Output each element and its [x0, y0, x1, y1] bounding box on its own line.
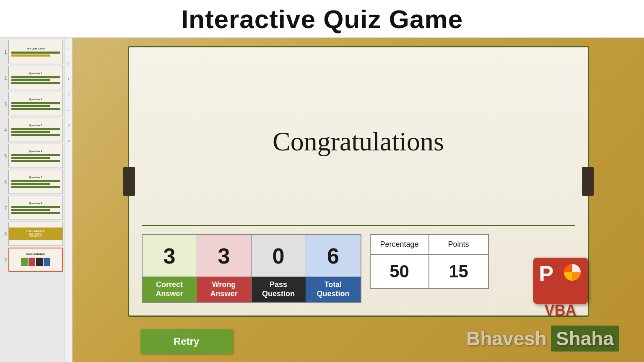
slide-thumbnail-8: CLICK HERE TO SEE MORE RESULTS — [8, 222, 63, 246]
score-label-area-3: Total Question — [306, 277, 361, 302]
ruler-mark: -3 — [67, 139, 70, 143]
ppt-vba-badge: P VBA — [525, 253, 596, 324]
score-number-3: 6 — [327, 243, 339, 269]
score-number-2: 0 — [273, 243, 285, 269]
ppt-chart-icon — [562, 262, 583, 283]
ruler-mark: 2 — [68, 62, 69, 65]
thumb-title: Question 4 — [28, 149, 43, 153]
slide-thumbnail-2: Question 1 — [8, 66, 63, 90]
slide-number-7: 7 — [2, 206, 7, 210]
clip-right — [582, 167, 594, 196]
branding: Bhavesh Shaha — [466, 326, 619, 352]
slide-number-9: 9 — [2, 258, 7, 262]
thumb-title: Question 2 — [28, 97, 43, 101]
congratulations-heading: Congratulations — [142, 56, 575, 225]
score-box-2: 0Pass Question — [252, 235, 306, 302]
sidebar-slide-9[interactable]: 9Congratulations — [2, 248, 63, 272]
slide-number-5: 5 — [2, 154, 7, 158]
points-value: 15 — [429, 255, 488, 288]
ruler-mark: -1 — [67, 108, 70, 112]
score-number-area-2: 0 — [252, 235, 306, 277]
ruler-mark: -2 — [67, 124, 70, 127]
score-label-1: Wrong Answer — [210, 280, 237, 298]
slide-thumbnail-4: Question 3 — [8, 118, 63, 142]
score-label-area-1: Wrong Answer — [197, 277, 251, 302]
slide-number-2: 2 — [2, 76, 7, 80]
score-label-area-0: Correct Answer — [143, 277, 197, 302]
slide-number-3: 3 — [2, 102, 7, 106]
main-area: 1The Quiz Game2Question 13Question 24Que… — [0, 38, 644, 362]
score-number-area-0: 3 — [143, 235, 197, 277]
ppt-p-letter: P — [539, 261, 554, 286]
score-box-3: 6Total Question — [306, 235, 361, 302]
ruler: 3 2 1 0 -1 -2 -3 — [65, 38, 73, 362]
header: Interactive Quiz Game — [0, 0, 644, 38]
thumb-title: CLICK HERE TO SEE MORE RESULTS — [9, 228, 62, 240]
slide-thumbnail-9: Congratulations — [8, 248, 63, 272]
thumb-title: Congratulations — [25, 252, 46, 256]
slide-divider — [142, 225, 575, 226]
percentage-header: Percentage — [371, 235, 429, 254]
vba-label: VBA — [544, 302, 576, 319]
clip-left — [123, 167, 135, 196]
slide-number-4: 4 — [2, 128, 7, 132]
slide-container: Congratulations 3Correct Answer3Wrong An… — [128, 46, 589, 317]
thumb-title: Question 3 — [28, 123, 43, 127]
brand-shaha: Shaha — [556, 328, 614, 349]
page-title: Interactive Quiz Game — [0, 4, 644, 34]
summary-value-row: 50 15 — [371, 255, 488, 288]
points-header: Points — [429, 235, 488, 254]
sidebar-slide-6[interactable]: 6Question 5 — [2, 170, 63, 194]
thumb-title: Question 1 — [28, 71, 43, 75]
slide-thumbnail-5: Question 4 — [8, 144, 63, 168]
sidebar-slide-5[interactable]: 5Question 4 — [2, 144, 63, 168]
sidebar-slide-2[interactable]: 2Question 1 — [2, 66, 63, 90]
slide-number-6: 6 — [2, 180, 7, 184]
score-label-0: Correct Answer — [156, 280, 183, 298]
slide-thumbnail-1: The Quiz Game — [8, 40, 63, 64]
score-box-1: 3Wrong Answer — [197, 235, 252, 302]
score-label-area-2: Pass Question — [252, 277, 306, 302]
summary-header-row: Percentage Points — [371, 235, 488, 255]
score-number-area-3: 6 — [306, 235, 361, 277]
stats-row: 3Correct Answer3Wrong Answer0Pass Questi… — [142, 234, 575, 303]
slide-number-8: 8 — [2, 232, 7, 236]
powerpoint-icon: P — [533, 258, 588, 304]
brand-bhavesh: Bhavesh — [466, 327, 547, 350]
sidebar-slide-1[interactable]: 1The Quiz Game — [2, 40, 63, 64]
sidebar-slide-3[interactable]: 3Question 2 — [2, 92, 63, 116]
content-area: Congratulations 3Correct Answer3Wrong An… — [73, 38, 644, 362]
ruler-mark: 0 — [68, 93, 69, 96]
score-number-1: 3 — [218, 243, 230, 269]
thumb-title: Question 5 — [28, 175, 43, 179]
slide-thumbnail-3: Question 2 — [8, 92, 63, 116]
score-number-0: 3 — [164, 243, 176, 269]
thumb-title: Question 6 — [28, 201, 43, 205]
score-label-2: Pass Question — [262, 280, 295, 298]
score-number-area-1: 3 — [197, 235, 251, 277]
summary-table: Percentage Points 50 15 — [370, 234, 489, 289]
score-box-0: 3Correct Answer — [143, 235, 197, 302]
slide-panel: 1The Quiz Game2Question 13Question 24Que… — [0, 38, 65, 362]
sidebar-slide-7[interactable]: 7Question 6 — [2, 196, 63, 220]
percentage-value: 50 — [371, 255, 429, 288]
slide-number-1: 1 — [2, 50, 7, 54]
score-boxes: 3Correct Answer3Wrong Answer0Pass Questi… — [142, 234, 361, 303]
brand-box: Shaha — [551, 326, 619, 352]
slide-thumbnail-7: Question 6 — [8, 196, 63, 220]
thumb-title: The Quiz Game — [26, 47, 46, 51]
ruler-mark: 1 — [68, 77, 69, 81]
sidebar-slide-4[interactable]: 4Question 3 — [2, 118, 63, 142]
score-label-3: Total Question — [317, 280, 349, 298]
retry-button[interactable]: Retry — [140, 329, 233, 354]
sidebar-slide-8[interactable]: 8CLICK HERE TO SEE MORE RESULTS — [2, 222, 63, 246]
ruler-mark: 3 — [68, 46, 69, 50]
slide-thumbnail-6: Question 5 — [8, 170, 63, 194]
